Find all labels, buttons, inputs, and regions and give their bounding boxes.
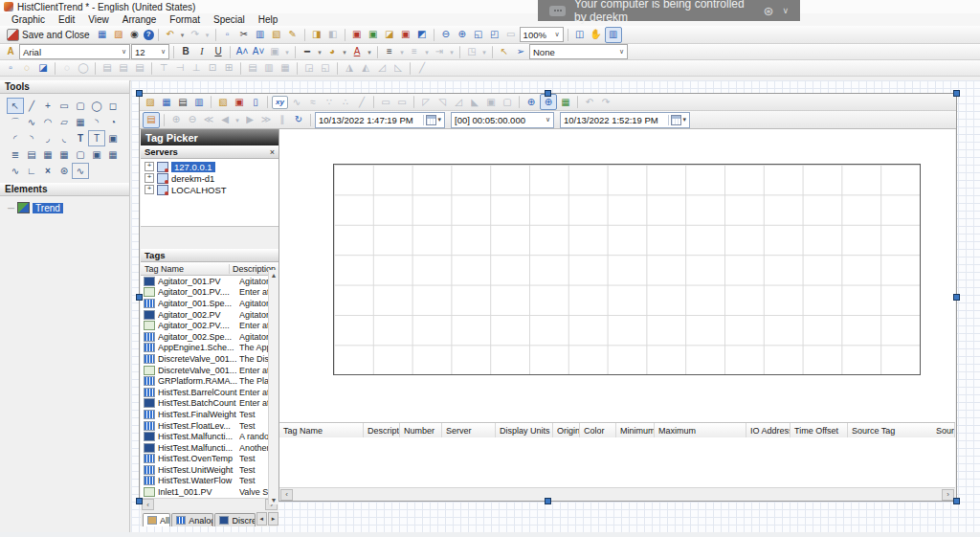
tag-list-item[interactable]: HistTest.FloatLev... Test — [141, 420, 278, 432]
tool-chart[interactable]: ▤ — [23, 146, 40, 163]
scroll-left-icon[interactable]: ‹ — [142, 499, 154, 510]
tag-list-horizontal-scrollbar[interactable]: ‹ › — [141, 498, 278, 510]
tool-capsule[interactable]: ◻ — [104, 98, 122, 114]
grid-column-header[interactable]: Tag Name — [279, 423, 364, 438]
trend-redo-icon[interactable]: ↷ — [598, 95, 613, 109]
trend-play-menu-icon[interactable]: ▾ — [234, 113, 241, 127]
undo-icon[interactable]: ↶ — [163, 28, 178, 42]
reshape-icon[interactable]: ╱ — [414, 61, 430, 76]
menu-item[interactable]: Graphic — [6, 14, 51, 25]
tool-arc-4[interactable]: ◟ — [56, 130, 73, 146]
tag-list-item[interactable]: HistTest.OvenTemp Test — [141, 454, 278, 465]
tool-image[interactable]: ▦ — [72, 114, 89, 130]
ungroup-icon[interactable]: ◌ — [19, 61, 34, 76]
selection-handle[interactable] — [953, 294, 960, 301]
tabs-scroll-right-icon[interactable]: ▸ — [268, 512, 278, 526]
trend-multi-trend-icon[interactable]: ≈ — [305, 95, 321, 109]
split-icon[interactable]: ◯ — [76, 61, 91, 76]
select-wizard-icon[interactable]: ◩ — [414, 28, 430, 42]
menu-item[interactable]: View — [82, 14, 115, 25]
selection-handle[interactable] — [545, 498, 551, 504]
grid-column-header[interactable]: Number — [400, 423, 442, 438]
grid-column-header[interactable]: Description — [364, 423, 400, 438]
orientation-icon[interactable]: ◳ — [464, 45, 479, 59]
scroll-up-icon[interactable]: ▲ — [271, 270, 278, 280]
pan-icon[interactable]: ✋ — [589, 28, 604, 42]
tool-window[interactable]: ▢ — [72, 146, 89, 163]
script-icon[interactable]: ➢ — [513, 45, 528, 59]
gear-icon[interactable]: ⊛ — [764, 4, 774, 18]
shrink-font-icon[interactable]: A˅ — [251, 45, 266, 59]
link-animation-icon[interactable]: ↖ — [497, 45, 512, 59]
trend-copy-icon[interactable]: ▥ — [191, 95, 207, 109]
expand-icon[interactable]: + — [145, 185, 154, 194]
tool-trend-pen[interactable]: ∿ — [72, 163, 89, 179]
grid-column-header[interactable]: IO Address — [746, 423, 791, 438]
tag-list-item[interactable]: AppEngine1.Sche... The AppEn — [141, 343, 278, 354]
fill-color-icon[interactable]: ◕ — [324, 45, 340, 59]
import-graphic-icon[interactable]: ▣ — [349, 28, 365, 42]
align-top-icon[interactable]: ⊤ — [156, 61, 171, 76]
trend-target2-icon[interactable]: ▭ — [394, 95, 410, 109]
selection-handle[interactable] — [953, 90, 960, 97]
trend-step-forward-full-icon[interactable]: ≫ — [258, 113, 274, 127]
menu-item[interactable]: Edit — [53, 14, 80, 25]
export-graphic-icon[interactable]: ▣ — [366, 28, 381, 42]
zoom-region-icon[interactable]: ▭ — [503, 28, 519, 42]
tool-pointer[interactable]: ↖ — [7, 98, 24, 114]
end-time-field[interactable]: 10/13/2022 1:52:19 PM ▾ — [560, 112, 690, 128]
menu-item[interactable]: Special — [208, 14, 251, 25]
trend-plot-grid[interactable] — [333, 164, 921, 375]
preview-window-icon[interactable]: ◫ — [572, 28, 588, 42]
tool-status-badge[interactable]: ▣ — [104, 130, 122, 146]
tool-ellipse[interactable]: ◯ — [88, 98, 105, 114]
tag-list-item[interactable]: Agitator_001.PV Agitator S — [141, 276, 278, 287]
font-size-combo[interactable]: 12∨ — [131, 44, 169, 59]
font-family-combo[interactable]: Arial∨ — [19, 44, 130, 59]
tag-list-item[interactable]: HistTest.BatchCount Enter attri — [141, 398, 278, 410]
save-and-close-button[interactable]: Save and Close — [3, 27, 94, 43]
selection-handle[interactable] — [136, 498, 143, 504]
select-mode-icon[interactable]: ▫ — [220, 28, 235, 42]
tool-curve[interactable]: ∿ — [23, 114, 40, 130]
space-horizontal-icon[interactable]: ▤ — [245, 61, 260, 76]
tag-list-item[interactable]: Agitator_001.PV.... Enter attri — [141, 287, 278, 299]
tool-arc[interactable]: ⌒ — [7, 114, 24, 130]
save-icon[interactable]: ▦ — [95, 28, 110, 42]
trend-notes-icon[interactable]: ▯ — [248, 95, 263, 109]
tool-list-box[interactable]: ≣ — [7, 146, 24, 163]
embedded-symbol-icon[interactable]: ◧ — [325, 28, 341, 42]
trend-refresh-icon[interactable]: ↻ — [291, 113, 306, 127]
rotate-ccw-icon[interactable]: ◺ — [390, 61, 406, 76]
align-bottom-icon[interactable]: ⊥ — [189, 61, 204, 76]
make-same-size-icon[interactable]: ▦ — [278, 61, 293, 76]
trend-pen-icon[interactable]: ╱ — [354, 95, 369, 109]
show-rulers-icon[interactable]: ▥ — [605, 27, 622, 43]
server-tree-item[interactable]: + derekm-d1 — [141, 172, 278, 184]
italic-icon[interactable]: I — [194, 45, 210, 59]
tool-elbow-connector[interactable]: ∟ — [23, 163, 40, 179]
bring-to-front-icon[interactable]: ◲ — [301, 61, 317, 76]
trend-zoom-out-time-icon[interactable]: ⊖ — [185, 113, 200, 127]
duration-combo[interactable]: [00] 00:05:00.000 ∨ — [451, 112, 554, 128]
combine-icon[interactable]: ◌ — [59, 61, 75, 76]
tag-filter-tab[interactable]: Discre — [214, 513, 255, 526]
trend-save-icon[interactable]: ▦ — [159, 95, 174, 109]
fit-to-window-icon[interactable]: ◱ — [471, 28, 486, 42]
trend-step-back-icon[interactable]: ◀ — [217, 113, 233, 127]
fit-width-icon[interactable]: ◰ — [487, 28, 502, 42]
flip-horizontal-icon[interactable]: ◮ — [342, 61, 357, 76]
bold-icon[interactable]: B — [178, 45, 193, 59]
trend-line-chart-icon[interactable]: ∿ — [289, 95, 304, 109]
selection-handle[interactable] — [545, 90, 551, 97]
tool-hv-line[interactable]: + — [39, 98, 56, 114]
line-spacing-icon[interactable]: ≡ — [407, 45, 422, 59]
rotate-cw-icon[interactable]: ◿ — [374, 61, 390, 76]
tag-list-item[interactable]: DiscreteValve_001... The Discre — [141, 353, 278, 365]
trend-step-forward-icon[interactable]: ▶ — [242, 113, 257, 127]
tag-list-item[interactable]: HistTest.WaterFlow Test — [141, 476, 278, 487]
zoom-out-icon[interactable]: ⊖ — [438, 28, 454, 42]
undo-menu-icon[interactable]: ▾ — [179, 28, 187, 42]
trend-options-icon[interactable]: ▣ — [232, 95, 247, 109]
trend-zoom-all-icon[interactable]: ▢ — [500, 95, 515, 109]
